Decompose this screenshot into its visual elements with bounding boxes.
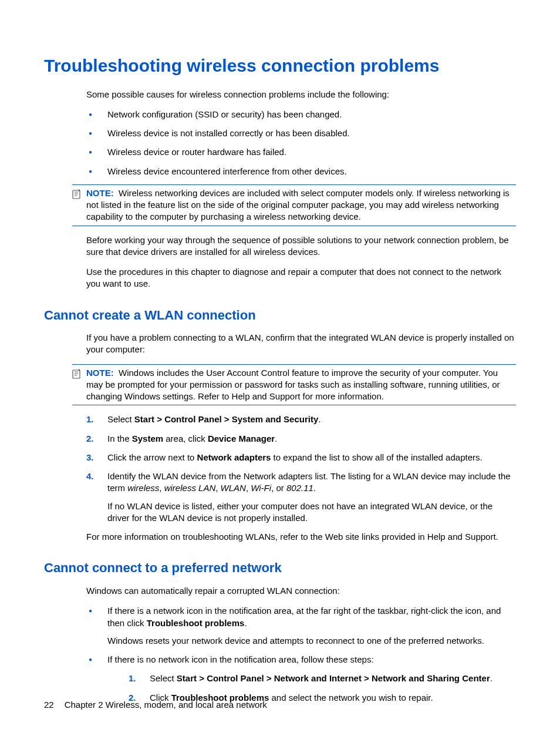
note-text: Windows includes the User Account Contro… <box>86 368 500 402</box>
intro-text: Some possible causes for wireless connec… <box>86 89 516 100</box>
list-item: Network configuration (SSID or security)… <box>86 109 516 120</box>
paragraph: Before working your way through the sequ… <box>86 234 516 258</box>
list-item: Select Start > Control Panel > System an… <box>86 414 516 425</box>
paragraph: Use the procedures in this chapter to di… <box>86 266 516 290</box>
list-item: Click the arrow next to Network adapters… <box>86 452 516 463</box>
page-number: 22 <box>44 700 54 710</box>
section-heading: Cannot connect to a preferred network <box>44 559 516 577</box>
section-heading: Cannot create a WLAN connection <box>44 307 516 324</box>
note-label: NOTE: <box>86 368 114 378</box>
chapter-label: Chapter 2 Wireless, modem, and local are… <box>65 700 267 710</box>
note-text: Wireless networking devices are included… <box>86 188 510 222</box>
paragraph: Windows can automatically repair a corru… <box>86 585 516 597</box>
svg-rect-0 <box>73 190 80 199</box>
page-title: Troubleshooting wireless connection prob… <box>44 54 516 78</box>
paragraph: Windows resets your network device and a… <box>107 635 516 647</box>
list-item: Identify the WLAN device from the Networ… <box>86 471 516 524</box>
bullet-list: If there is a network icon in the notifi… <box>86 605 516 704</box>
note-callout: NOTE: Wireless networking devices are in… <box>72 184 516 226</box>
causes-list: Network configuration (SSID or security)… <box>86 109 516 177</box>
note-icon <box>72 368 83 379</box>
page-footer: 22Chapter 2 Wireless, modem, and local a… <box>44 699 267 711</box>
list-item: If there is a network icon in the notifi… <box>86 605 516 647</box>
note-label: NOTE: <box>86 188 114 198</box>
note-icon <box>72 189 83 199</box>
list-item: Wireless device or router hardware has f… <box>86 146 516 158</box>
paragraph: For more information on troubleshooting … <box>86 531 516 543</box>
list-item: Wireless device is not installed correct… <box>86 127 516 139</box>
note-callout: NOTE: Windows includes the User Account … <box>72 364 516 406</box>
paragraph: If you have a problem connecting to a WL… <box>86 332 516 356</box>
list-item: Select Start > Control Panel > Network a… <box>129 673 516 684</box>
steps-list: Select Start > Control Panel > System an… <box>86 414 516 524</box>
list-item: Wireless device encountered interference… <box>86 166 516 177</box>
list-item: If there is no network icon in the notif… <box>86 654 516 704</box>
list-item: In the System area, click Device Manager… <box>86 433 516 445</box>
svg-rect-1 <box>73 370 80 378</box>
paragraph: If no WLAN device is listed, either your… <box>107 500 516 525</box>
